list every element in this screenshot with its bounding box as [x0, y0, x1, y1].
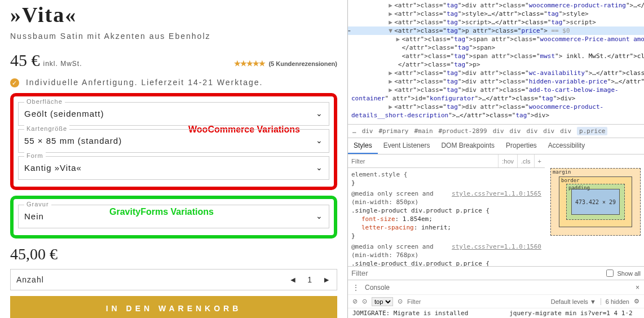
qty-increase[interactable]: ► — [323, 275, 331, 284]
quantity-label: Anzahl — [16, 275, 44, 284]
cls-toggle[interactable]: .cls — [517, 154, 534, 167]
price-row: 45 € inkl. MwSt. ★★★★★ (5 Kundenrezensio… — [10, 51, 337, 70]
devtools-panel: ▶<attr">class="tag">div attr">class="woo… — [347, 0, 644, 318]
console-filter-input[interactable] — [407, 298, 546, 305]
availability-text: Individuelle Anfertigung. Lieferzeit 14-… — [26, 78, 263, 87]
variation-value: Nein — [24, 211, 44, 221]
element-node[interactable]: ▶<attr">class="tag">div attr">class="add… — [348, 86, 644, 103]
tab-properties[interactable]: Properties — [500, 138, 542, 154]
element-node[interactable]: ▶<attr">class="tag">span attr">class="wo… — [348, 35, 644, 43]
css-rules[interactable]: element.style {}style.css?ver=1.1.0:1565… — [348, 168, 545, 266]
console-menu-icon[interactable]: ⋮ — [352, 284, 359, 292]
add-rule-button[interactable]: + — [534, 154, 545, 167]
add-to-cart-button[interactable]: IN DEN WARENKORB — [10, 296, 337, 318]
padding-label: padding — [568, 185, 590, 191]
css-rule[interactable]: element.style {} — [351, 170, 541, 187]
console-close-icon[interactable]: × — [636, 284, 639, 292]
crumb[interactable]: #main — [414, 127, 433, 135]
variation-select[interactable]: OberflächeGeölt (seidenmatt)⌄ — [18, 102, 329, 126]
console-output[interactable]: JOMIGRATE: Migrate is installed jquery-m… — [348, 308, 644, 318]
chevron-down-icon: ⌄ — [316, 109, 323, 118]
elements-tree[interactable]: ▶<attr">class="tag">div attr">class="woo… — [348, 0, 644, 124]
variation-label: Gravur — [24, 201, 51, 207]
variation-label: Form — [24, 152, 46, 159]
crumb[interactable]: div — [526, 127, 537, 135]
variation-value: Geölt (seidenmatt) — [24, 109, 104, 118]
variation-label: Oberfläche — [24, 98, 65, 105]
chevron-down-icon: ⌄ — [316, 163, 323, 172]
check-icon: ✓ — [10, 78, 19, 87]
element-node[interactable]: ▶<attr">class="tag">div attr">class="woo… — [348, 1, 644, 10]
product-subtitle: Nussbaum Satin mit Akzenten aus Ebenholz — [10, 32, 337, 41]
eye-icon-2[interactable]: ⊙ — [398, 298, 403, 305]
variation-select[interactable]: GravurNein⌄ — [18, 205, 329, 228]
product-panel: »Vita« Nussbaum Satin mit Akzenten aus E… — [0, 0, 347, 318]
crumb[interactable]: #product-2899 — [439, 127, 487, 135]
css-rule[interactable]: style.css?ver=1.1.0:1560@media only scre… — [351, 242, 541, 266]
crumb[interactable]: div — [362, 127, 373, 135]
variation-label: Kartengröße — [24, 125, 69, 132]
source-link[interactable]: style.css?ver=1.1.0:1565 — [452, 189, 541, 198]
qty-decrease[interactable]: ◄ — [289, 275, 297, 284]
tab-event-listeners[interactable]: Event Listeners — [378, 138, 436, 154]
source-link[interactable]: style.css?ver=1.1.0:1560 — [452, 242, 541, 251]
element-node[interactable]: ▼<attr">class="tag">p attr">class="price… — [348, 26, 644, 35]
hidden-count[interactable]: 6 hidden — [601, 298, 629, 305]
quantity-row: Anzahl ◄ 1 ► — [10, 269, 337, 290]
element-node[interactable]: ▶<attr">class="tag">script>…</attr">clas… — [348, 18, 644, 26]
eye-icon[interactable]: ⊙ — [362, 298, 367, 305]
breadcrumb[interactable]: …div#primary#main#product-2899divdivdivd… — [348, 124, 644, 138]
context-select[interactable]: top — [372, 297, 393, 306]
crumb[interactable]: p.price — [577, 127, 607, 135]
hov-toggle[interactable]: :hov — [498, 154, 517, 167]
reviews-link[interactable]: ★★★★★ (5 Kundenrezensionen) — [234, 59, 337, 68]
tab-dom-breakpoints[interactable]: DOM Breakpoints — [435, 138, 500, 154]
border-label: border — [561, 178, 580, 183]
element-node[interactable]: ▶<attr">class="tag">div attr">class="woo… — [348, 103, 644, 120]
element-node[interactable]: </attr">class="tag">span> — [348, 43, 644, 52]
price-main: 45 € — [10, 51, 40, 70]
chevron-down-icon: ⌄ — [316, 211, 323, 220]
show-all-checkbox[interactable] — [606, 270, 614, 277]
computed-filter-input[interactable] — [351, 269, 603, 277]
element-node[interactable]: ▶<attr">class="tag">div attr">class="wc-… — [348, 69, 644, 77]
tab-styles[interactable]: Styles — [348, 138, 378, 154]
show-all-label: Show all — [617, 270, 641, 277]
crumb[interactable]: … — [352, 127, 356, 135]
box-model[interactable]: margin border padding 473.422 × 29 — [550, 168, 641, 236]
css-rule[interactable]: style.css?ver=1.1.0:1565@media only scre… — [351, 189, 541, 240]
margin-label: margin — [553, 169, 571, 175]
chevron-down-icon: ⌄ — [316, 136, 323, 145]
box-content-size: 473.422 × 29 — [571, 189, 620, 215]
variation-value: 55 × 85 mm (standard) — [24, 136, 122, 145]
levels-select[interactable]: Default levels ▼ — [551, 298, 596, 305]
styles-tabs: StylesEvent ListenersDOM BreakpointsProp… — [348, 138, 644, 154]
styles-area: element.style {}style.css?ver=1.1.0:1565… — [348, 168, 644, 266]
gear-icon[interactable]: ⚙ — [634, 298, 639, 305]
product-title: »Vita« — [10, 2, 337, 27]
computed-filter-row: Show all — [348, 266, 644, 280]
element-node[interactable]: </attr">class="tag">p> — [348, 60, 644, 69]
crumb[interactable]: #primary — [379, 127, 409, 135]
variation-value: Kantig »Vita« — [24, 163, 82, 173]
element-node[interactable]: ▶<attr">class="tag">style>…</attr">class… — [348, 10, 644, 18]
variation-select[interactable]: FormKantig »Vita«⌄ — [18, 156, 329, 180]
tab-accessibility[interactable]: Accessibility — [542, 138, 590, 154]
element-node[interactable]: ▶<attr">class="tag">div attr">class="hid… — [348, 77, 644, 86]
crumb[interactable]: div — [543, 127, 554, 135]
gravityforms-variations-group: GravityForms Variations GravurNein⌄ — [10, 196, 337, 238]
variation-select[interactable]: Kartengröße55 × 85 mm (standard)⌄ — [18, 129, 329, 153]
calculated-price: 45,00 € — [10, 245, 337, 263]
crumb[interactable]: div — [493, 127, 504, 135]
element-node[interactable]: <attr">class="tag">span attr">class="mws… — [348, 52, 644, 60]
console-toolbar: ⊘ ⊙ top ⊙ Default levels ▼ 6 hidden ⚙ — [348, 294, 644, 308]
crumb[interactable]: div — [560, 127, 571, 135]
styles-filter-row: :hov .cls + — [348, 154, 545, 168]
tax-note: inkl. MwSt. — [43, 60, 82, 68]
console-drawer-header: ⋮ Console × — [348, 280, 644, 294]
console-tab-label[interactable]: Console — [365, 284, 390, 292]
styles-filter-input[interactable] — [348, 158, 498, 165]
clear-console-icon[interactable]: ⊘ — [352, 298, 358, 305]
qty-value: 1 — [307, 275, 312, 284]
crumb[interactable]: div — [510, 127, 521, 135]
